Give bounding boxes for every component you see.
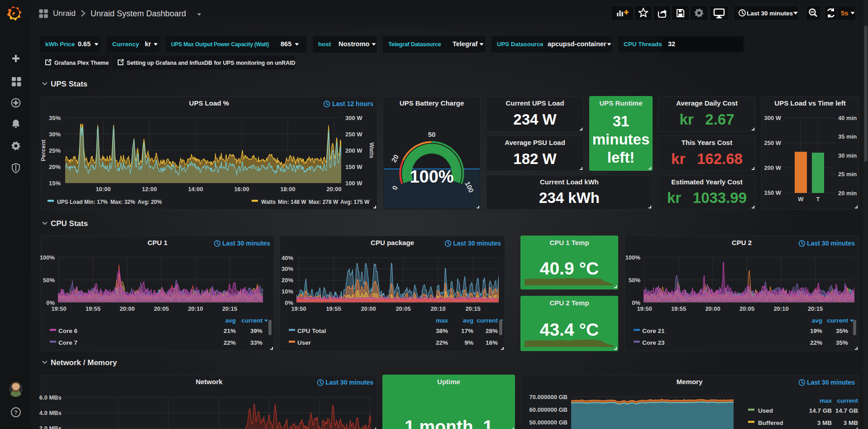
- svg-text:This Years Cost: This Years Cost: [682, 139, 732, 146]
- svg-text:21%: 21%: [224, 328, 236, 334]
- svg-text:182 W: 182 W: [513, 150, 557, 167]
- svg-text:18:00: 18:00: [280, 186, 295, 193]
- svg-text:CPU package: CPU package: [371, 239, 414, 246]
- svg-text:50.000000 GB: 50.000000 GB: [529, 419, 568, 426]
- svg-text:50: 50: [428, 130, 436, 138]
- svg-text:35%: 35%: [49, 115, 61, 121]
- svg-text:19%: 19%: [810, 328, 822, 334]
- svg-text:22%: 22%: [436, 339, 448, 346]
- svg-text:22%: 22%: [224, 339, 236, 346]
- svg-text:Telegraf Datasource: Telegraf Datasource: [388, 41, 441, 48]
- svg-text:Buffered: Buffered: [758, 419, 783, 426]
- svg-text:10%: 10%: [281, 288, 293, 295]
- svg-text:19:55: 19:55: [326, 305, 341, 312]
- svg-text:Core 6: Core 6: [58, 328, 78, 334]
- svg-text:100%: 100%: [40, 254, 55, 261]
- svg-text:Avg: 175 W: Avg: 175 W: [340, 199, 370, 205]
- svg-text:Core 21: Core 21: [642, 328, 665, 334]
- svg-text:20:15: 20:15: [222, 305, 237, 312]
- svg-text:Used: Used: [758, 407, 773, 414]
- svg-text:Max: 32%: Max: 32%: [110, 199, 135, 205]
- svg-text:max: max: [820, 397, 832, 404]
- svg-text:100 W: 100 W: [345, 180, 362, 187]
- svg-text:865: 865: [281, 40, 291, 48]
- svg-text:Last 30 minutes: Last 30 minutes: [325, 379, 373, 386]
- svg-text:Last 30 minutes: Last 30 minutes: [807, 240, 855, 247]
- svg-text:35%: 35%: [836, 339, 848, 346]
- svg-text:1 month, 1: 1 month, 1: [405, 417, 493, 429]
- svg-text:Grafana Plex Theme: Grafana Plex Theme: [54, 60, 109, 66]
- svg-text:Min: 148 W: Min: 148 W: [278, 199, 306, 205]
- svg-text:CPU Total: CPU Total: [297, 328, 326, 334]
- svg-text:234 W: 234 W: [513, 111, 557, 128]
- svg-text:30%: 30%: [49, 131, 61, 138]
- svg-text:10:00: 10:00: [95, 186, 110, 193]
- svg-text:60.000000 GB: 60.000000 GB: [529, 406, 568, 413]
- svg-text:33%: 33%: [250, 339, 262, 346]
- svg-text:32: 32: [668, 40, 675, 48]
- svg-text:40%: 40%: [281, 255, 293, 261]
- svg-text:50%: 50%: [629, 277, 640, 284]
- svg-text:39%: 39%: [250, 328, 262, 334]
- svg-text:19:55: 19:55: [86, 305, 100, 312]
- svg-text:17%: 17%: [461, 328, 473, 334]
- svg-text:200 W: 200 W: [345, 147, 362, 154]
- svg-text:19:50: 19:50: [637, 305, 652, 312]
- svg-text:20:15: 20:15: [808, 305, 823, 312]
- svg-text:UPS Load: UPS Load: [57, 199, 83, 205]
- svg-text:19:50: 19:50: [51, 305, 66, 312]
- svg-text:host: host: [318, 41, 331, 48]
- svg-text:30%: 30%: [281, 265, 293, 272]
- svg-text:apcupsd-container: apcupsd-container: [548, 40, 606, 48]
- svg-text:UPS Load vs Time left: UPS Load vs Time left: [774, 99, 845, 107]
- svg-text:Core 7: Core 7: [58, 339, 77, 346]
- svg-text:28%: 28%: [486, 328, 498, 334]
- svg-text:UPS Battery Charge: UPS Battery Charge: [400, 99, 464, 107]
- svg-text:3 MB: 3 MB: [844, 419, 858, 426]
- svg-text:19:50: 19:50: [291, 305, 306, 312]
- svg-text:50%: 50%: [43, 277, 55, 284]
- svg-text:User: User: [297, 339, 311, 346]
- svg-text:UPS Load %: UPS Load %: [189, 99, 229, 107]
- svg-text:16%: 16%: [486, 339, 498, 346]
- svg-text:left!: left!: [607, 149, 635, 166]
- svg-text:kr 2.67: kr 2.67: [679, 111, 734, 128]
- svg-text:Core 23: Core 23: [642, 339, 665, 346]
- svg-text:3 MB: 3 MB: [817, 419, 832, 426]
- svg-text:70.000000 GB: 70.000000 GB: [529, 394, 568, 400]
- svg-text:kr: kr: [145, 40, 151, 48]
- svg-text:20:10: 20:10: [188, 305, 203, 312]
- svg-text:25 min: 25 min: [838, 171, 857, 178]
- svg-text:20:05: 20:05: [154, 305, 169, 312]
- svg-text:Current Load kWh: Current Load kWh: [540, 178, 599, 186]
- svg-text:16:00: 16:00: [234, 186, 249, 193]
- svg-text:14.7 GB: 14.7 GB: [809, 407, 832, 414]
- svg-text:150 W: 150 W: [345, 164, 362, 170]
- svg-text:22%: 22%: [810, 339, 822, 346]
- svg-text:Min: 17%: Min: 17%: [84, 199, 108, 205]
- svg-text:2.0 MBs: 2.0 MBs: [39, 425, 62, 429]
- svg-text:UPS Datasource: UPS Datasource: [497, 41, 544, 48]
- svg-text:15%: 15%: [49, 180, 61, 187]
- svg-text:Max: 278 W: Max: 278 W: [309, 199, 339, 205]
- svg-text:5s: 5s: [841, 9, 849, 17]
- svg-text:Nostromo: Nostromo: [339, 40, 370, 48]
- svg-text:20 min: 20 min: [838, 190, 857, 197]
- svg-text:Last 30 minutes: Last 30 minutes: [222, 240, 270, 247]
- svg-text:234 kWh: 234 kWh: [539, 189, 600, 206]
- svg-text:UPS Max Output Power Capacity: UPS Max Output Power Capacity (Watt): [171, 41, 269, 48]
- svg-text:300 W: 300 W: [764, 115, 781, 121]
- svg-text:Network / Memory: Network / Memory: [51, 358, 117, 367]
- svg-text:20:00: 20:00: [326, 186, 341, 193]
- svg-text:Telegraf: Telegraf: [453, 40, 478, 48]
- svg-text:Average PSU Load: Average PSU Load: [505, 139, 565, 146]
- svg-text:CPU Threads: CPU Threads: [624, 41, 662, 48]
- svg-text:35%: 35%: [836, 328, 848, 334]
- svg-text:100%: 100%: [625, 254, 641, 261]
- svg-text:250 W: 250 W: [345, 131, 362, 138]
- svg-text:CPU 2: CPU 2: [732, 239, 752, 246]
- svg-text:35 min: 35 min: [838, 133, 857, 140]
- svg-text:current: current: [837, 397, 858, 404]
- svg-text:avg: avg: [225, 317, 236, 324]
- svg-text:T: T: [816, 196, 820, 202]
